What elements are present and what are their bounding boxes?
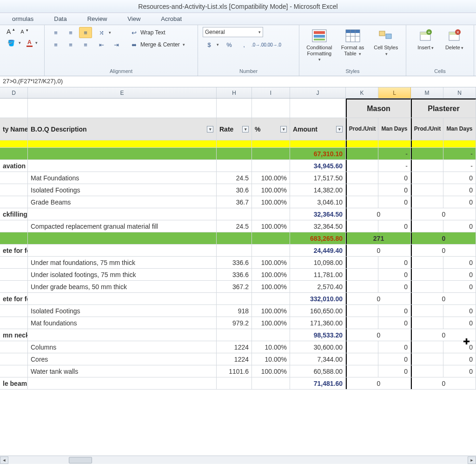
amount-cell[interactable]: 30,600.00 [290, 341, 346, 353]
scroll-right-button[interactable]: ► [468, 456, 476, 464]
pct-cell[interactable]: 100.00% [252, 184, 290, 196]
increase-decimal-button[interactable]: .0→.00 [252, 39, 265, 50]
boq-desc[interactable]: Water tank walls [28, 365, 217, 377]
number-format-select[interactable]: General ▾ [203, 27, 263, 37]
amount-cell[interactable]: 67,310.10 [290, 148, 346, 159]
amount-cell[interactable]: 683,265.80 [290, 232, 346, 244]
decrease-decimal-button[interactable]: .00→.0 [267, 39, 280, 50]
plasterer-days[interactable]: 0 [443, 365, 476, 377]
wrap-text-button[interactable]: ↩Wrap Text [127, 27, 187, 38]
plasterer-days[interactable]: 0 [443, 196, 476, 208]
pct-cell[interactable]: 10.00% [252, 353, 290, 365]
format-as-table-button[interactable]: Format as Table ▾ [337, 27, 368, 57]
activity-name[interactable]: avation [0, 160, 28, 172]
rate-cell[interactable]: 24.5 [217, 172, 252, 184]
rate-cell[interactable]: 336.6 [217, 269, 252, 280]
amount-cell[interactable]: 14,382.00 [290, 184, 346, 196]
boq-desc[interactable]: Compacted replacement granual material f… [28, 220, 217, 232]
mason-days[interactable]: 0 [378, 305, 411, 317]
pct-cell[interactable]: 100.00% [252, 172, 290, 184]
rate-cell[interactable]: 336.6 [217, 257, 252, 268]
align-center-button[interactable]: ≡ [64, 39, 77, 50]
activity-name[interactable]: mn necks [0, 329, 28, 341]
scroll-thumb[interactable] [69, 457, 92, 463]
mason-days[interactable]: 0 [378, 317, 411, 329]
boq-desc[interactable]: Isolated Footings [28, 305, 217, 317]
plasterer-total[interactable]: 0 [411, 232, 476, 244]
boq-desc[interactable]: Cores [28, 353, 217, 365]
decrease-indent-button[interactable]: ⇤ [95, 39, 108, 50]
activity-name[interactable]: ckfilling [0, 208, 28, 220]
scroll-left-button[interactable]: ◄ [0, 456, 8, 464]
amount-cell[interactable]: 17,517.50 [290, 172, 346, 184]
conditional-formatting-button[interactable]: Conditional Formatting ▾ [304, 27, 335, 63]
mason-total[interactable]: 271 [346, 232, 411, 244]
rate-cell[interactable]: 24.5 [217, 220, 252, 232]
mason-days[interactable]: 0 [378, 184, 411, 196]
amount-cell[interactable]: 32,364.50 [290, 220, 346, 232]
pct-cell[interactable]: 10.00% [252, 341, 290, 353]
align-right-button[interactable]: ≡ [79, 39, 92, 50]
rate-cell[interactable]: 918 [217, 305, 252, 317]
tab-acrobat[interactable]: Acrobat [151, 13, 192, 25]
pct-cell[interactable]: 100.00% [252, 269, 290, 280]
amount-cell[interactable]: 34,945.60 [290, 160, 346, 172]
align-middle-button[interactable]: ≡ [64, 27, 77, 38]
plasterer-days[interactable]: 0 [443, 353, 476, 365]
amount-cell[interactable]: 332,010.00 [290, 293, 346, 304]
mason-days[interactable]: 0 [378, 269, 411, 280]
tab-review[interactable]: Review [77, 13, 118, 25]
delete-cells-button[interactable]: × Delete▾ [442, 27, 468, 52]
comma-format-button[interactable]: , [238, 39, 251, 50]
filter-icon[interactable] [207, 126, 213, 132]
activity-name[interactable]: ete for footing [0, 245, 28, 256]
plasterer-days[interactable]: 0 [443, 305, 476, 317]
accounting-format-button[interactable]: $▾ [203, 39, 221, 50]
pct-cell[interactable]: 100.00% [252, 220, 290, 232]
boq-desc[interactable]: Grade Beams [28, 196, 217, 208]
activity-name[interactable]: le beam [0, 377, 28, 389]
pct-cell[interactable]: 100.00% [252, 305, 290, 317]
align-bottom-button[interactable]: ≡ [79, 27, 92, 38]
plasterer-days[interactable]: 0 [443, 281, 476, 292]
rate-cell[interactable]: 30.6 [217, 184, 252, 196]
col-I[interactable]: I [252, 87, 290, 98]
pct-cell[interactable]: 100.00% [252, 196, 290, 208]
boq-desc[interactable]: Under mat foundations, 75 mm thick [28, 257, 217, 268]
boq-desc[interactable]: Columns [28, 341, 217, 353]
activity-name[interactable]: ete for footing [0, 293, 28, 304]
mason-days[interactable]: 0 [378, 220, 411, 232]
mason-days[interactable]: 0 [378, 353, 411, 365]
align-top-button[interactable]: ≡ [49, 27, 62, 38]
amount-cell[interactable]: 3,046.10 [290, 196, 346, 208]
rate-cell[interactable]: 979.2 [217, 317, 252, 329]
align-left-button[interactable]: ≡ [49, 39, 62, 50]
col-N[interactable]: N [443, 87, 476, 98]
boq-desc[interactable]: Isolated Footings [28, 184, 217, 196]
plasterer-days[interactable]: 0 [443, 341, 476, 353]
font-grow-button[interactable]: A▴ [5, 27, 17, 36]
plasterer-days[interactable]: 0 [443, 220, 476, 232]
col-M[interactable]: M [411, 87, 443, 98]
tab-formulas[interactable]: ormulas [2, 13, 44, 25]
filter-icon[interactable] [242, 126, 249, 132]
font-color-button[interactable]: A▾ [25, 38, 40, 48]
cell-styles-button[interactable]: Cell Styles ▾ [370, 27, 401, 57]
mason-days[interactable]: 0 [378, 196, 411, 208]
col-D[interactable]: D [0, 87, 28, 98]
col-H[interactable]: H [217, 87, 252, 98]
amount-cell[interactable]: 71,481.60 [290, 377, 346, 389]
amount-cell[interactable]: 160,650.00 [290, 305, 346, 317]
plasterer-days[interactable]: 0 [443, 172, 476, 184]
pct-cell[interactable]: 100.00% [252, 317, 290, 329]
col-J[interactable]: J [290, 87, 346, 98]
percent-format-button[interactable]: % [223, 39, 236, 50]
increase-indent-button[interactable]: ⇥ [110, 39, 123, 50]
font-shrink-button[interactable]: A▾ [19, 28, 30, 35]
col-L[interactable]: L [378, 87, 411, 98]
filter-icon[interactable] [336, 126, 343, 132]
plasterer-days[interactable]: 0 [443, 317, 476, 329]
boq-desc[interactable]: Under isolated footings, 75 mm thick [28, 269, 217, 280]
horizontal-scrollbar[interactable]: ◄ ► [0, 456, 476, 464]
insert-cells-button[interactable]: + Insert▾ [413, 27, 439, 52]
